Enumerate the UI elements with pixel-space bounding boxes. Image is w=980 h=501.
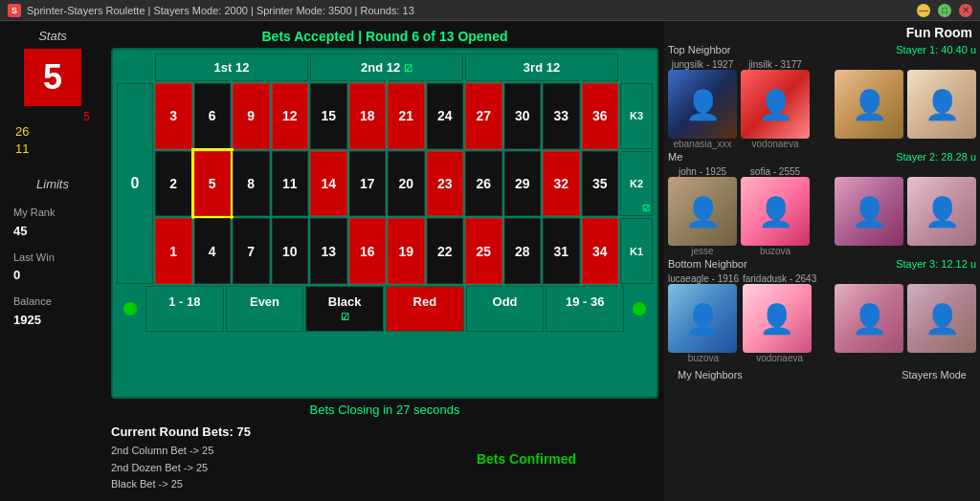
num-3[interactable]: 3 xyxy=(155,83,192,149)
top-avatar-2: 👤 xyxy=(741,70,810,139)
titlebar-title: Sprinter-Stayers Roulette | Stayers Mode… xyxy=(27,5,414,16)
bet-1-18[interactable]: 1 - 18 xyxy=(145,286,224,332)
num-35[interactable]: 35 xyxy=(582,151,619,217)
num-10[interactable]: 10 xyxy=(272,218,309,284)
left-indicator xyxy=(123,302,137,316)
col-k1[interactable]: K1 xyxy=(620,218,653,284)
top-avatar-1: 👤 xyxy=(668,70,737,139)
num-28[interactable]: 28 xyxy=(504,218,542,284)
num-30[interactable]: 30 xyxy=(504,83,542,149)
bottom-stayer-1: 👤 xyxy=(835,273,903,353)
bet-black[interactable]: Black☑ xyxy=(305,286,384,332)
num-24[interactable]: 24 xyxy=(427,83,464,149)
num-34[interactable]: 34 xyxy=(582,218,619,284)
bottom-stayer-2: 👤 xyxy=(907,273,976,353)
bet-line-3: Black Bet -> 25 xyxy=(111,476,375,493)
num-row-3: 3 6 9 12 15 18 21 24 27 30 33 36 xyxy=(155,83,618,149)
column-bets: K3 K2☑ K1 xyxy=(620,83,653,284)
num-8[interactable]: 8 xyxy=(233,151,270,217)
green-dot-left xyxy=(117,286,144,332)
num-15[interactable]: 15 xyxy=(310,83,347,149)
stats-red: 5 xyxy=(83,110,90,123)
num-17[interactable]: 17 xyxy=(349,151,387,217)
titlebar: S Sprinter-Stayers Roulette | Stayers Mo… xyxy=(0,0,980,21)
second-dozen[interactable]: 2nd 12 ☑ xyxy=(310,54,463,81)
current-round-bets: Current Round Bets: 75 xyxy=(111,425,375,439)
bet-even[interactable]: Even xyxy=(226,286,304,332)
num-2[interactable]: 2 xyxy=(155,151,192,217)
num-21[interactable]: 21 xyxy=(388,83,425,149)
num-16[interactable]: 16 xyxy=(349,218,387,284)
first-dozen[interactable]: 1st 12 xyxy=(155,54,308,81)
num-5[interactable]: 5 xyxy=(194,151,232,217)
num-33[interactable]: 33 xyxy=(543,83,580,149)
me-stayer-2: 👤 xyxy=(907,166,976,246)
zero-column: 0 xyxy=(117,83,153,284)
top-stayer-2: 👤 xyxy=(907,59,976,139)
col-k3[interactable]: K3 xyxy=(620,83,653,149)
bottom-avatar-2: 👤 xyxy=(743,284,812,353)
third-dozen[interactable]: 3rd 12 xyxy=(465,54,618,81)
top-stayer-label: Stayer 1: 40.40 u xyxy=(896,44,976,55)
num-row-2: 2 5 8 11 14 17 20 23 26 29 32 35 xyxy=(155,151,618,217)
num-31[interactable]: 31 xyxy=(543,218,580,284)
round-header: Bets Accepted | Round 6 of 13 Opened xyxy=(111,25,658,48)
num-7[interactable]: 7 xyxy=(233,218,270,284)
bottom-stayer-avatar-1: 👤 xyxy=(835,284,903,353)
last-win: Last Win 0 xyxy=(6,246,100,290)
num-25[interactable]: 25 xyxy=(465,218,502,284)
center-panel: Bets Accepted | Round 6 of 13 Opened 1st… xyxy=(105,21,664,501)
num-11[interactable]: 11 xyxy=(272,151,309,217)
me-stayer-1: 👤 xyxy=(835,166,903,246)
bottom-player2: faridadusk - 2643 👤 vodonaeva xyxy=(743,273,816,363)
num-4[interactable]: 4 xyxy=(194,218,232,284)
right-panel: Fun Room Top Neighbor Stayer 1: 40.40 u … xyxy=(664,21,980,501)
top-stayer-avatar-2: 👤 xyxy=(907,70,976,139)
num-22[interactable]: 22 xyxy=(427,218,464,284)
minimize-button[interactable]: — xyxy=(917,4,930,17)
num-19[interactable]: 19 xyxy=(388,218,425,284)
num-9[interactable]: 9 xyxy=(233,83,270,149)
bet-odd[interactable]: Odd xyxy=(466,286,545,332)
bet-line-1: 2nd Column Bet -> 25 xyxy=(111,443,375,460)
num-20[interactable]: 20 xyxy=(388,151,425,217)
roulette-table: 1st 12 2nd 12 ☑ 3rd 12 0 xyxy=(111,48,658,399)
num-29[interactable]: 29 xyxy=(504,151,542,217)
me-title: Me xyxy=(668,151,682,163)
col-k2[interactable]: K2☑ xyxy=(620,151,653,217)
num-1[interactable]: 1 xyxy=(155,218,192,284)
fun-room-title: Fun Room xyxy=(668,25,976,40)
stats-current-number: 5 xyxy=(24,49,81,106)
app-icon: S xyxy=(8,4,21,17)
zero-cell[interactable]: 0 xyxy=(117,83,153,284)
limits-title: Limits xyxy=(36,177,69,191)
stayers-mode-label: Stayers Mode xyxy=(902,369,967,381)
num-6[interactable]: 6 xyxy=(194,83,232,149)
num-12[interactable]: 12 xyxy=(272,83,309,149)
num-18[interactable]: 18 xyxy=(349,83,387,149)
me-stayer-label: Stayer 2: 28.28 u xyxy=(896,151,976,163)
num-36[interactable]: 36 xyxy=(582,83,619,149)
top-neighbor-title: Top Neighbor xyxy=(668,44,730,55)
stats-title: Stats xyxy=(38,29,67,43)
bottom-labels: My Neighbors Stayers Mode xyxy=(668,369,976,381)
bottom-stayer-label: Stayer 3: 12.12 u xyxy=(896,258,976,270)
dozen-row: 1st 12 2nd 12 ☑ 3rd 12 xyxy=(117,54,653,81)
num-23[interactable]: 23 xyxy=(427,151,464,217)
bet-19-36[interactable]: 19 - 36 xyxy=(546,286,624,332)
num-26[interactable]: 26 xyxy=(465,151,502,217)
bottom-stayer-avatar-2: 👤 xyxy=(907,284,976,353)
num-27[interactable]: 27 xyxy=(465,83,502,149)
bets-left: Current Round Bets: 75 2nd Column Bet ->… xyxy=(111,425,375,493)
num-13[interactable]: 13 xyxy=(310,218,347,284)
top-stayer-1: 👤 xyxy=(835,59,903,139)
green-dot-right xyxy=(626,286,653,332)
bottom-neighbor-title: Bottom Neighbor xyxy=(668,258,747,270)
left-panel: Stats 5 5 26 11 Limits My Rank 45 Last W… xyxy=(0,21,105,501)
me-stayer-avatar-1: 👤 xyxy=(835,177,903,246)
num-14[interactable]: 14 xyxy=(310,151,347,217)
num-32[interactable]: 32 xyxy=(543,151,580,217)
bet-red[interactable]: Red xyxy=(386,286,464,332)
maximize-button[interactable]: □ xyxy=(938,4,951,17)
close-button[interactable]: ✕ xyxy=(959,4,972,17)
